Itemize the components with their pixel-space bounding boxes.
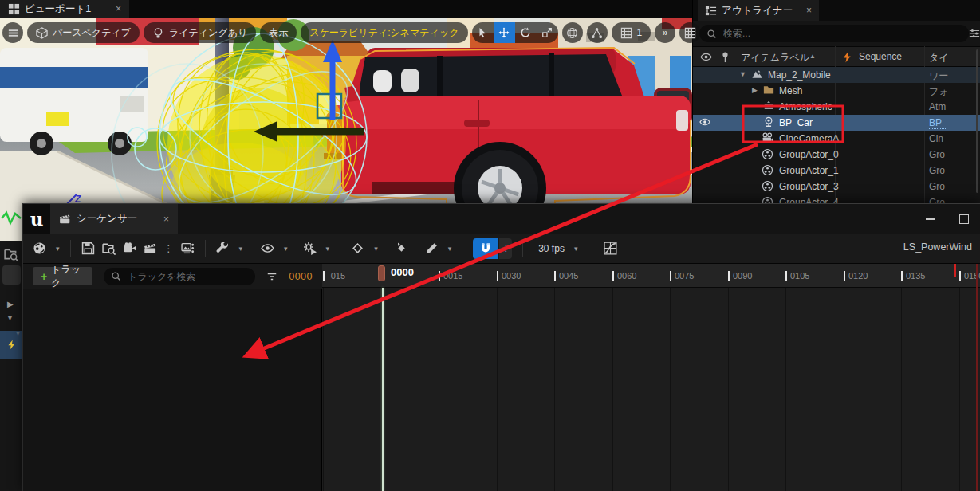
camera-speed-button[interactable] [679, 22, 700, 43]
tick-mark [728, 271, 730, 281]
outliner-row-cinecamera[interactable]: CineCameraA Cin [693, 131, 980, 147]
browse-icon[interactable] [102, 242, 116, 255]
outliner-search[interactable] [699, 25, 969, 42]
keyframe-options-icon[interactable] [351, 242, 364, 255]
track-filter-icon[interactable] [266, 271, 277, 282]
track-search-input[interactable] [126, 270, 248, 283]
edit-mode-pencil-icon[interactable] [425, 242, 439, 255]
chevron-down-icon[interactable]: ▾ [56, 245, 60, 253]
outliner-tab-label: アウトライナー [722, 4, 793, 18]
outliner-header: アイテムラベル ▲ Sequence タイ [693, 46, 980, 67]
perspective-button[interactable]: パースペクティブ [27, 22, 140, 43]
playback-options-icon[interactable] [303, 242, 317, 255]
outliner-row-atmospheric[interactable]: Atmospheric Atm [693, 99, 980, 115]
close-icon[interactable]: × [116, 3, 121, 14]
chevron-down-icon[interactable]: ▾ [374, 245, 378, 253]
pin-icon[interactable] [719, 51, 731, 63]
outliner-row-groupactor0[interactable]: GroupActor_0 Gro [693, 147, 980, 163]
close-icon[interactable]: × [163, 214, 169, 225]
viewport-tab-label: ビューポート1 [25, 2, 91, 16]
viewport-toolbar: パースペクティブ ライティングあり 表示 スケーラビリティ:シネマティック 1 … [2, 22, 700, 43]
render-movie-icon[interactable] [144, 242, 157, 255]
outliner-row-mesh[interactable]: ▶ Mesh フォ [693, 83, 980, 99]
track-search[interactable] [104, 268, 255, 285]
cine-camera-icon [762, 132, 773, 144]
column-item-label[interactable]: アイテムラベル [741, 51, 809, 65]
column-sequence[interactable]: Sequence [859, 51, 902, 62]
grid-line [844, 288, 844, 491]
timeline-ruler[interactable]: -015 0015 0030 0045 0060 0075 0090 0105 … [322, 264, 980, 288]
show-button[interactable]: 表示 [260, 22, 297, 43]
snap-magnet-button[interactable] [473, 238, 498, 259]
cube-icon [36, 27, 48, 39]
current-frame-value[interactable]: 0000 [289, 271, 313, 282]
actor-sequence-icon[interactable] [181, 242, 195, 255]
tab-sequencer[interactable]: シーケンサー × [50, 204, 178, 234]
outliner-settings-icon[interactable] [969, 28, 980, 39]
create-camera-icon[interactable] [123, 242, 136, 255]
side-button[interactable] [2, 265, 21, 285]
chevron-down-icon[interactable]: ▾ [239, 245, 243, 253]
tab-viewport[interactable]: ビューポート1 × [0, 0, 129, 18]
move-tool-button[interactable] [494, 22, 515, 43]
world-local-toggle[interactable] [562, 22, 583, 43]
tick-mark [785, 271, 787, 281]
maximize-button[interactable] [954, 210, 974, 228]
scale-tool-button[interactable] [537, 22, 558, 43]
surface-snap-button[interactable] [587, 22, 608, 43]
divider [462, 240, 462, 257]
outliner-search-input[interactable] [722, 27, 962, 40]
divider [70, 240, 71, 257]
eye-icon[interactable] [700, 51, 712, 63]
outliner-row-bp-car[interactable]: BP_Car BP_ [693, 115, 980, 131]
expand-icon[interactable]: ▶ [752, 86, 758, 94]
outliner-row-map[interactable]: ▼ Map_2_Mobile ワー [693, 67, 980, 83]
playhead-line[interactable] [382, 288, 384, 491]
fps-selector[interactable]: 30 fps [538, 243, 565, 254]
tick-mark [901, 271, 903, 281]
world-icon[interactable] [33, 242, 46, 255]
select-tool-button[interactable] [472, 22, 494, 43]
grid-snap-button[interactable]: 1 [612, 22, 651, 43]
rotate-tool-button[interactable] [515, 22, 537, 43]
add-track-button[interactable]: + トラック [33, 267, 92, 285]
view-options-eye-icon[interactable] [261, 242, 274, 255]
more-options-icon[interactable]: ⋮ [164, 243, 174, 254]
chevron-down-icon[interactable]: ▾ [574, 245, 578, 253]
chevron-down-icon[interactable]: ▼ [6, 314, 14, 322]
chevron-down-icon: ▼ [15, 331, 21, 336]
outliner-row-groupactor3[interactable]: GroupActor_3 Gro [693, 179, 980, 194]
viewport-menu-button[interactable] [2, 22, 23, 43]
content-browser-icon[interactable] [4, 247, 18, 261]
save-icon[interactable] [81, 242, 95, 255]
clapperboard-icon [59, 213, 71, 225]
eye-icon[interactable] [699, 116, 710, 128]
sequencer-window: u シーケンサー × ▾ ⋮ ▾ ▾ ▾ ▾ ▾ [22, 203, 980, 491]
playhead-marker[interactable] [378, 265, 385, 281]
lit-mode-button[interactable]: ライティングあり [144, 22, 256, 43]
snap-options-icon[interactable]: ⋮ [499, 238, 512, 259]
chevron-down-icon[interactable]: ▾ [448, 245, 452, 253]
selected-palette-item[interactable]: ▼ [0, 331, 22, 359]
settings-wrench-icon[interactable] [216, 242, 230, 255]
curve-editor-icon[interactable] [604, 242, 617, 255]
minimize-button[interactable] [921, 210, 940, 228]
tab-outliner[interactable]: アウトライナー × [698, 0, 819, 21]
sequencer-titlebar[interactable]: u シーケンサー × [23, 204, 980, 234]
more-tools-button[interactable]: » [655, 22, 675, 43]
track-list-area[interactable] [23, 289, 322, 491]
outliner-scrollbar[interactable] [976, 49, 978, 193]
expand-icon[interactable]: ▶ [7, 300, 14, 308]
column-type[interactable]: タイ [929, 51, 949, 65]
chevron-down-icon[interactable]: ▾ [284, 245, 288, 253]
lightning-icon[interactable] [841, 51, 853, 63]
collapse-icon[interactable]: ▼ [739, 70, 746, 78]
divider [340, 240, 340, 257]
timeline-area[interactable]: -015 0015 0030 0045 0060 0075 0090 0105 … [322, 264, 980, 491]
outliner-row-groupactor1[interactable]: GroupActor_1 Gro [693, 163, 980, 179]
auto-key-icon[interactable] [395, 242, 408, 255]
chevron-down-icon[interactable]: ▾ [326, 245, 330, 253]
scalability-button[interactable]: スケーラビリティ:シネマティック [301, 22, 467, 43]
unreal-editor-screen: ビューポート1 × [0, 0, 980, 491]
close-icon[interactable]: × [806, 5, 812, 16]
